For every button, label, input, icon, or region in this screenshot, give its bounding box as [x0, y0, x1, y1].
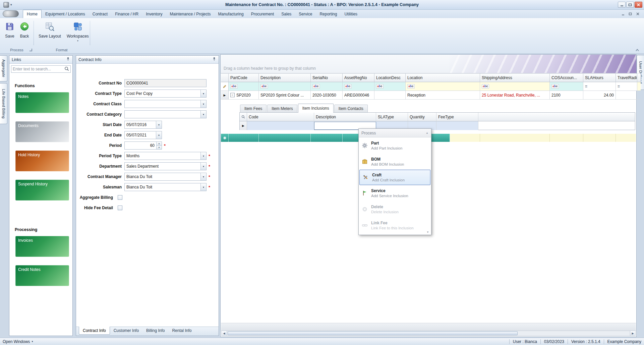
ribbon-tab-home[interactable]: Home — [23, 10, 42, 18]
pin-icon[interactable] — [212, 57, 216, 62]
filter-cell-locationdesc[interactable]: abc — [374, 82, 406, 91]
dropdown-icon[interactable]: ▼ — [156, 131, 162, 139]
dropdown-icon[interactable]: ▼ — [200, 163, 206, 170]
tab-item-contacts[interactable]: Item Contacts — [334, 105, 368, 112]
dropdown-icon[interactable]: ▼ — [200, 152, 206, 160]
scroll-left-icon[interactable]: ◀ — [222, 331, 227, 336]
application-logo[interactable] — [3, 10, 19, 17]
documents-button[interactable]: Documents — [15, 121, 69, 142]
ribbon-tab-procurement[interactable]: Procurement — [247, 10, 278, 18]
ribbon-tab-contract[interactable]: Contract — [89, 10, 111, 18]
cell-shippingaddress[interactable]: 25 Lonestar Road, Ranchville, ... — [480, 91, 550, 100]
new-item-cell[interactable] — [229, 134, 259, 142]
quick-access-dropdown-icon[interactable]: ▾ — [10, 3, 12, 6]
filter-cell-shippingaddress[interactable]: abc — [480, 82, 550, 91]
new-item-cell[interactable] — [583, 134, 616, 142]
mdi-restore-icon[interactable] — [627, 11, 633, 16]
dropdown-icon[interactable]: ▼ — [156, 121, 162, 128]
new-item-cell[interactable] — [550, 134, 583, 142]
menu-scroll-up-icon[interactable]: ▲ — [426, 131, 428, 134]
column-header-code[interactable]: Code — [247, 113, 314, 121]
ribbon-tab-reporting[interactable]: Reporting — [316, 10, 341, 18]
side-tab-life-based-billing[interactable]: Life Based Billing — [0, 83, 7, 124]
contract-category-select[interactable]: ▼ — [124, 110, 207, 118]
new-cell-code[interactable] — [247, 121, 314, 130]
side-tab-aggregate[interactable]: Aggregate — [0, 55, 7, 81]
ribbon-tab-service[interactable]: Service — [295, 10, 316, 18]
column-header-partcode[interactable]: PartCode — [229, 73, 259, 82]
new-item-cell[interactable] — [311, 134, 343, 142]
cell-assetregno[interactable]: AREG000046 — [343, 91, 374, 100]
menu-scroll-down-icon[interactable]: ▼ — [426, 231, 429, 234]
ribbon-tab-maintenance-projects[interactable]: Maintenance / Projects — [166, 10, 215, 18]
cell-slahours[interactable]: 24.00 — [583, 91, 616, 100]
cell-locationdesc[interactable] — [374, 91, 406, 100]
scrollbar-track[interactable] — [227, 331, 630, 336]
group-by-panel[interactable]: Drag a column header here to group by th… — [221, 55, 636, 73]
aggregate-billing-checkbox[interactable] — [118, 195, 122, 200]
column-header-inclusion-description[interactable]: Description — [314, 113, 376, 121]
column-header-locationdesc[interactable]: LocationDesc — [374, 73, 406, 82]
contract-no-input[interactable]: CO0000041 — [124, 79, 207, 87]
collapse-detail-icon[interactable]: − — [230, 93, 235, 97]
spin-up-icon[interactable]: ▲ — [157, 142, 162, 146]
filter-cell-slahours[interactable]: = — [583, 82, 616, 91]
new-cell-feetype[interactable] — [436, 121, 478, 130]
horizontal-scrollbar[interactable]: ◀ ▶ — [221, 331, 636, 336]
column-header-travelradius[interactable]: TravelRadiu... — [616, 73, 637, 82]
column-header-feetype[interactable]: FeeType — [436, 113, 478, 121]
scroll-right-icon[interactable]: ▶ — [630, 331, 635, 336]
filter-cell-partcode[interactable]: abc — [229, 82, 259, 91]
ribbon-tab-equipment-locations[interactable]: Equipment / Locations — [42, 10, 89, 18]
search-icon[interactable] — [64, 66, 69, 72]
scrollbar-thumb[interactable] — [228, 331, 518, 335]
menu-item-bom[interactable]: BOMAdd BOM Inclusion — [359, 154, 431, 170]
hold-history-button[interactable]: Hold History — [15, 151, 69, 171]
collapse-ribbon-icon[interactable] — [634, 47, 641, 52]
search-input[interactable] — [13, 67, 64, 71]
hide-fee-detail-checkbox[interactable] — [118, 206, 122, 210]
new-item-cell[interactable] — [450, 134, 480, 142]
save-button[interactable]: Save — [3, 20, 17, 40]
tab-contract-info[interactable]: Contract Info — [79, 327, 110, 335]
cell-description[interactable]: SP2020 Sprint Colour ... — [259, 91, 311, 100]
period-type-select[interactable]: Months▼ — [124, 152, 207, 160]
save-layout-button[interactable]: Save Layout — [36, 20, 63, 40]
menu-item-service[interactable]: ServiceAdd Service Inclusion — [359, 185, 431, 201]
filter-cell-location[interactable]: abc — [406, 82, 480, 91]
contract-type-select[interactable]: Cost Per Copy▼ — [124, 90, 207, 98]
notes-button[interactable]: Notes — [15, 92, 69, 113]
dropdown-icon[interactable]: ▼ — [200, 173, 206, 180]
salesman-select[interactable]: Bianca Du Toit▼ — [124, 183, 207, 191]
column-header-shippingaddress[interactable]: ShippingAddress — [480, 73, 550, 82]
column-header-assetregno[interactable]: AssetRegNo — [343, 73, 374, 82]
dropdown-icon[interactable]: ▼ — [200, 100, 206, 108]
filter-cell-serialno[interactable]: abc — [311, 82, 343, 91]
maximize-button[interactable] — [626, 2, 634, 8]
new-item-cell[interactable] — [480, 134, 550, 142]
start-date-picker[interactable]: 05/07/2016▼ — [124, 121, 162, 129]
contract-manager-select[interactable]: Bianca Du Toit▼ — [124, 173, 207, 181]
period-input[interactable]: 60▲▼ — [124, 141, 162, 150]
open-windows-button[interactable]: Open Windows ▾ — [3, 339, 33, 344]
tab-rental-info[interactable]: Rental Info — [168, 327, 195, 334]
column-header-slahours[interactable]: SLAHours — [583, 73, 616, 82]
mdi-minimize-icon[interactable] — [620, 11, 626, 16]
menu-item-craft[interactable]: CraftAdd Craft Inclusion — [359, 170, 430, 185]
tab-billing-info[interactable]: Billing Info — [142, 327, 168, 334]
dropdown-icon[interactable]: ▼ — [200, 183, 206, 191]
tab-item-fees[interactable]: Item Fees — [240, 105, 267, 112]
credit-notes-button[interactable]: Credit Notes — [15, 265, 69, 286]
menu-item-part[interactable]: PartAdd Part Inclusion — [359, 137, 431, 154]
workspaces-dropdown-icon[interactable]: ▾ — [77, 40, 78, 42]
dropdown-icon[interactable]: ▼ — [200, 90, 206, 97]
column-header-description[interactable]: Description — [259, 73, 311, 82]
ribbon-tab-inventory[interactable]: Inventory — [142, 10, 166, 18]
ribbon-tab-finance-hr[interactable]: Finance / HR — [111, 10, 142, 18]
column-header-cosaccount[interactable]: COSAccoun... — [550, 73, 583, 82]
tab-item-inclusions[interactable]: Item Inclusions — [298, 104, 334, 113]
filter-cell-assetregno[interactable]: abc — [343, 82, 374, 91]
dialog-launcher-icon[interactable] — [30, 49, 32, 51]
inclusions-new-row[interactable]: ▶ — [240, 121, 635, 130]
dropdown-icon[interactable]: ▼ — [200, 111, 206, 118]
